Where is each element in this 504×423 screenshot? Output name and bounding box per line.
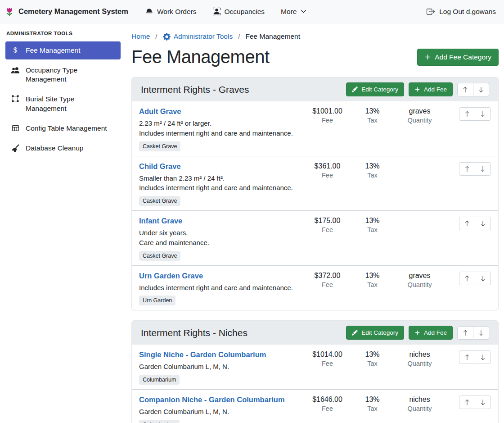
fee-list: Adult Grave 2.23 m² / 24 ft² or larger.I… [132, 101, 498, 310]
fee-reorder-group-wrap [459, 162, 491, 176]
fee-amount-value: $175.00 [302, 217, 353, 225]
sidebar-item-label: Occupancy Type Management [26, 66, 115, 84]
fee-descriptions: Garden Columbarium L, M, N. [139, 407, 302, 417]
move-fee-down-button[interactable] [475, 396, 491, 409]
fee-quantity-value: niches [392, 350, 448, 359]
category-reorder-group [457, 83, 489, 96]
fee-name-link[interactable]: Infant Grave [139, 217, 182, 225]
fee-badge-wrap: Urn Garden [139, 296, 302, 305]
fee-amount-cell: $1001.00 Fee [302, 107, 353, 124]
dollar-icon [11, 46, 20, 54]
sidebar-item-burial-site-type-management[interactable]: Burial Site Type Management [5, 90, 121, 117]
move-fee-up-button[interactable] [459, 350, 475, 364]
fee-tax-value: 13% [353, 162, 392, 170]
brand-link[interactable]: Cemetery Management System [4, 7, 128, 17]
arrow-down-icon [480, 354, 486, 360]
fee-description: Includes interment right and care and ma… [139, 283, 302, 293]
fee-name-link[interactable]: Adult Grave [139, 107, 181, 116]
fee-tax-cell: 13% Tax [353, 350, 392, 367]
add-fee-label: Add Fee [424, 86, 447, 93]
chevron-down-icon [301, 9, 306, 14]
fee-name-link[interactable]: Single Niche - Garden Columbarium [139, 350, 266, 359]
table-icon [11, 124, 20, 132]
nav-more-label: More [281, 8, 297, 16]
move-fee-up-button[interactable] [459, 162, 475, 176]
move-fee-down-button[interactable] [475, 162, 491, 176]
fee-main: Single Niche - Garden Columbarium Garden… [139, 350, 302, 385]
fee-descriptions: Includes interment right and care and ma… [139, 283, 302, 293]
category-reorder-group [457, 326, 489, 340]
arrow-down-icon [478, 86, 484, 93]
sidebar-item-config-table-management[interactable]: Config Table Management [5, 119, 121, 137]
edit-category-label: Edit Category [361, 86, 398, 93]
fee-badge-wrap: Columbarium [139, 420, 302, 423]
page-layout: ADMINISTRATOR TOOLS Fee Management Occup… [0, 23, 504, 423]
fee-tax-cell: 13% Tax [353, 162, 392, 179]
move-fee-up-button[interactable] [459, 217, 475, 230]
fee-amount-value: $372.00 [302, 272, 353, 280]
fee-reorder-group [459, 272, 491, 285]
fee-row: Infant Grave Under six years.Care and ma… [132, 210, 498, 265]
sidebar-item-database-cleanup[interactable]: Database Cleanup [5, 139, 121, 157]
edit-category-button[interactable]: Edit Category [346, 82, 404, 96]
logout-link[interactable]: Log Out d.gowans [427, 8, 496, 16]
fee-reorder-group-wrap [459, 350, 491, 364]
fee-quantity-value: graves [392, 107, 448, 115]
nav-work-orders[interactable]: Work Orders [145, 8, 197, 16]
add-fee-button[interactable]: Add Fee [409, 326, 453, 340]
move-fee-down-button[interactable] [475, 350, 491, 364]
fee-main: Companion Niche - Garden Columbarium Gar… [139, 396, 302, 423]
fee-tax-label: Tax [353, 226, 392, 233]
person-frame-icon [213, 8, 220, 15]
fee-description: 2.23 m² / 24 ft² or larger. [139, 118, 302, 128]
fee-description: Care and maintenance. [139, 238, 302, 248]
brand-title: Cemetery Management System [18, 7, 128, 16]
fee-tax-label: Tax [353, 281, 392, 288]
nav-occupancies[interactable]: Occupancies [213, 8, 265, 16]
pencil-icon [352, 330, 358, 336]
edit-category-button[interactable]: Edit Category [346, 326, 404, 340]
move-category-up-button[interactable] [457, 83, 473, 96]
edit-category-label: Edit Category [361, 329, 398, 336]
move-fee-down-button[interactable] [475, 272, 491, 285]
fee-type-badge: Casket Grave [139, 196, 180, 206]
nav-more[interactable]: More [281, 8, 306, 16]
move-category-up-button[interactable] [457, 326, 473, 340]
fee-description: Includes interment right and care and ma… [139, 183, 302, 193]
sidebar-item-fee-management[interactable]: Fee Management [5, 41, 121, 59]
move-fee-down-button[interactable] [475, 107, 491, 121]
add-fee-category-button[interactable]: Add Fee Category [417, 49, 499, 66]
vector-square-icon [11, 95, 20, 102]
fee-descriptions: Smaller than 2.23 m² / 24 ft².Includes i… [139, 173, 302, 193]
move-category-down-button[interactable] [473, 326, 489, 340]
sidebar-item-label: Database Cleanup [26, 144, 83, 153]
fee-tax-label: Tax [353, 405, 392, 412]
move-fee-up-button[interactable] [459, 107, 475, 121]
fee-row: Child Grave Smaller than 2.23 m² / 24 ft… [132, 156, 498, 211]
pencil-icon [352, 86, 358, 92]
sidebar-item-occupancy-type-management[interactable]: Occupancy Type Management [5, 61, 121, 88]
page-title: Fee Management [131, 47, 270, 67]
fee-quantity-cell: graves Quantity [392, 107, 448, 124]
add-fee-label: Add Fee [424, 329, 447, 336]
move-fee-up-button[interactable] [459, 396, 475, 409]
move-category-down-button[interactable] [473, 83, 489, 96]
add-fee-button[interactable]: Add Fee [409, 82, 453, 96]
breadcrumb-home-link[interactable]: Home [131, 32, 150, 41]
move-fee-up-button[interactable] [459, 272, 475, 285]
fee-name-link[interactable]: Urn Garden Grave [139, 272, 203, 280]
fee-descriptions: 2.23 m² / 24 ft² or larger.Includes inte… [139, 118, 302, 138]
nav-work-orders-label: Work Orders [157, 8, 197, 16]
hard-hat-icon [145, 8, 153, 15]
fee-type-badge: Columbarium [139, 375, 180, 385]
breadcrumb-admin-tools-link[interactable]: Administrator Tools [163, 32, 233, 41]
fee-name-link[interactable]: Companion Niche - Garden Columbarium [139, 396, 285, 404]
fee-badge-wrap: Casket Grave [139, 251, 302, 261]
fee-name-link[interactable]: Child Grave [139, 162, 181, 171]
plus-icon [424, 54, 431, 60]
fee-reorder-group-wrap [459, 107, 491, 121]
move-fee-down-button[interactable] [475, 217, 491, 230]
fee-amount-value: $1001.00 [302, 107, 353, 115]
fee-amount-label: Fee [302, 117, 353, 124]
fee-quantity-value: graves [392, 272, 448, 280]
